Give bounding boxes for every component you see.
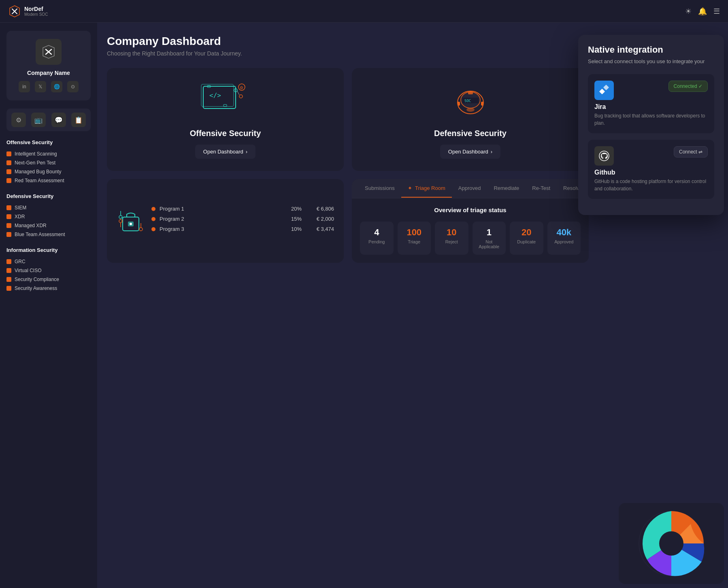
monitor-tool-icon[interactable]: 📺 [31,113,46,127]
stat-label: Not Applicable [477,239,501,249]
linkedin-icon[interactable]: in [19,81,30,92]
dashboard-cards-grid: </> ⚙ Offensive Security Open Dashboard … [107,68,589,171]
company-logo-icon [40,44,57,60]
sidebar-item-blue-team[interactable]: Blue Team Assessment [6,230,91,239]
sidebar-item-managed-xdr[interactable]: Managed XDR [6,221,91,230]
program-amount: € 6,806 [306,206,334,212]
chat-tool-icon[interactable]: 💬 [51,113,66,127]
connected-label: Connected ✓ [674,83,702,89]
svg-point-4 [239,95,243,98]
tab-submissions[interactable]: Submissions [358,179,401,198]
tab-retest[interactable]: Re-Test [526,179,557,198]
app-tagline: Modern SOC [24,12,48,17]
program-amount: € 2,000 [306,216,334,222]
program-item-2: Program 2 15% € 2,000 [151,216,334,222]
sidebar-item-label: Intelligent Scanning [15,151,57,157]
github-logo-icon [594,146,614,166]
svg-rect-29 [599,89,605,94]
tab-triage-room[interactable]: ✦ Triage Room [401,179,452,198]
program-card: Program 1 20% € 6,806 Program 2 15% € 2,… [107,179,344,263]
sidebar-section-info: Information Security GRC Virtual CISO Se… [6,247,91,293]
svg-point-23 [139,228,143,231]
docs-tool-icon[interactable]: 📋 [71,113,86,127]
svg-rect-14 [468,91,473,94]
item-dot [6,160,11,165]
sidebar-item-label: Managed XDR [15,223,47,228]
svg-line-5 [237,91,239,95]
integration-panel: Native integration Select and connect to… [578,35,724,215]
sidebar-item-security-compliance[interactable]: Security Compliance [6,275,91,284]
sidebar-item-siem[interactable]: SIEM [6,203,91,212]
jira-desc: Bug tracking tool that allows software d… [594,112,708,127]
company-name: Company Name [27,70,70,76]
sidebar-item-virtual-ciso[interactable]: Virtual CISO [6,266,91,275]
content-area: Company Dashboard Choosing the Right Das… [97,23,728,588]
github-connect-btn[interactable]: Connect ⇌ [674,146,708,158]
website-icon[interactable]: 🌐 [51,81,62,92]
github-sidebar-icon[interactable]: ⊙ [67,81,79,92]
github-desc: GitHub is a code hosting platform for ve… [594,178,708,192]
defensive-dashboard-btn[interactable]: Open Dashboard › [440,145,500,159]
item-dot [6,178,11,183]
integration-title: Native integration [588,45,714,55]
github-name: Github [594,169,708,176]
sidebar-item-label: XDR [15,214,25,219]
info-section-title: Information Security [6,247,91,253]
app-name: NorDef [24,6,48,12]
integration-subtitle: Select and connect tools you use to inte… [588,58,714,64]
offensive-security-card: </> ⚙ Offensive Security Open Dashboard … [107,68,344,171]
lower-grid: Program 1 20% € 6,806 Program 2 15% € 2,… [107,179,589,263]
sidebar-item-label: GRC [15,259,26,264]
sidebar-item-label: Security Awareness [15,285,57,291]
stat-value: 1 [477,227,501,238]
offensive-card-title: Offensive Security [190,129,261,138]
item-dot [6,169,11,174]
sidebar-item-xdr[interactable]: XDR [6,212,91,221]
program-dot [151,227,155,231]
sidebar-section-defensive: Defensive Security SIEM XDR Managed XDR … [6,193,91,239]
svg-text:SOC: SOC [464,99,471,103]
stat-label: Triage [402,239,426,244]
sidebar-item-red-team[interactable]: Red Team Assessment [6,176,91,185]
item-dot [6,232,11,237]
stat-approved: 40k Approved [547,222,581,255]
defensive-card-title: Defensive Security [434,129,507,138]
program-name: Program 1 [160,206,281,212]
sidebar-item-next-gen-pen[interactable]: Next-Gen Pen Test [6,158,91,167]
sidebar-item-grc[interactable]: GRC [6,257,91,266]
item-dot [6,151,11,156]
stat-not-applicable: 1 Not Applicable [473,222,506,255]
jira-name: Jira [594,103,708,111]
jira-integration-item: Connected ✓ Jira Bug tracking tool that … [588,74,714,133]
program-pct: 20% [285,206,302,212]
jira-logo-icon [594,81,614,100]
chart-panel [619,503,724,584]
jira-connected-badge[interactable]: Connected ✓ [668,81,708,92]
triage-body: Overview of triage status 4 Pending 100 … [352,198,589,263]
triage-tabs: Submissions ✦ Triage Room Approved Remed… [352,179,589,198]
tab-approved[interactable]: Approved [452,179,487,198]
stat-reject: 10 Reject [435,222,468,255]
sidebar-item-label: Managed Bug Bounty [15,169,61,175]
sidebar-item-managed-bug-bounty[interactable]: Managed Bug Bounty [6,167,91,176]
sidebar-item-label: Security Compliance [15,277,59,282]
item-dot [6,214,11,219]
offensive-dashboard-btn[interactable]: Open Dashboard › [195,145,255,159]
logo-text: NorDef Modern SOC [24,6,48,17]
twitter-icon[interactable]: 𝕏 [35,81,46,92]
program-dot [151,217,155,221]
sidebar-item-intelligent-scanning[interactable]: Intelligent Scanning [6,149,91,158]
settings-tool-icon[interactable]: ⚙ [11,113,26,127]
program-amount: € 3,474 [306,226,334,232]
menu-icon[interactable]: ☰ [713,7,720,16]
program-pct: 15% [285,216,302,222]
tab-remediate[interactable]: Remediate [487,179,526,198]
item-dot [6,277,11,282]
notifications-icon[interactable]: 🔔 [698,7,707,16]
pie-chart [627,507,716,580]
svg-rect-16 [481,102,483,106]
theme-toggle-icon[interactable]: ☀ [685,7,692,16]
sidebar-item-label: Red Team Assessment [15,178,64,183]
sidebar-item-security-awareness[interactable]: Security Awareness [6,284,91,293]
stat-label: Pending [365,239,389,244]
